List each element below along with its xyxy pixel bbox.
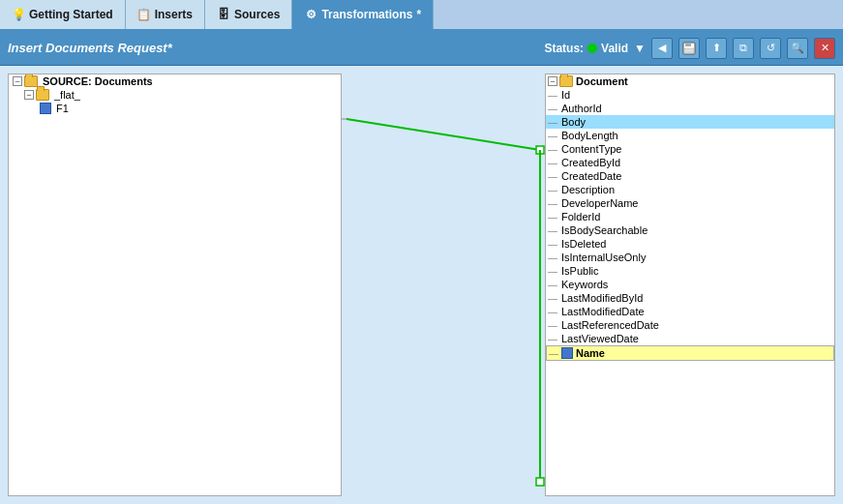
dash-connector: — (548, 117, 557, 128)
nav-left-button[interactable]: ◀ (651, 38, 673, 59)
svg-rect-1 (685, 43, 691, 46)
field-label: BodyLength (561, 130, 618, 141)
dash-connector: — (548, 185, 557, 195)
document-expand-icon[interactable]: − (548, 76, 557, 86)
document-root[interactable]: − Document (546, 74, 834, 88)
dash-connector: — (548, 171, 557, 182)
source-folder-icon (24, 75, 38, 87)
field-label: CreatedById (561, 157, 620, 168)
field-node-lastmodifiedbyid[interactable]: —LastModifiedById (546, 291, 834, 305)
field-label: DeveloperName (561, 197, 638, 209)
dash-connector: — (548, 252, 557, 263)
field-node-contenttype[interactable]: —ContentType (546, 142, 834, 156)
tab-bar: 💡 Getting Started 📋 Inserts 🗄 Sources ⚙ … (0, 0, 843, 31)
close-button[interactable]: ✕ (814, 38, 835, 59)
field-node-developername[interactable]: —DeveloperName (546, 196, 834, 210)
dash-connector: — (548, 198, 557, 209)
upload-button[interactable]: ⬆ (706, 38, 727, 59)
field-label: LastModifiedById (561, 292, 643, 304)
source-label: SOURCE: Documents (43, 75, 153, 87)
dash-connector: — (548, 144, 557, 155)
dash-connector: — (548, 239, 557, 250)
field-node-createddate[interactable]: —CreatedDate (546, 169, 834, 183)
left-panel: − SOURCE: Documents − _flat_ F1 (8, 74, 342, 496)
dash-connector: — (548, 131, 557, 141)
sources-icon: 🗄 (217, 8, 230, 21)
field-icon (561, 347, 573, 359)
mapping-lines (342, 66, 545, 504)
flat-expand-icon[interactable]: − (24, 90, 34, 100)
field-node-createdbyid[interactable]: —CreatedById (546, 156, 834, 169)
field-label: Name (576, 347, 605, 359)
dash-connector: — (548, 212, 557, 222)
main-content: − SOURCE: Documents − _flat_ F1 − Docume… (0, 66, 843, 504)
status-area: Status: Valid ▼ (544, 42, 646, 55)
field-node-bodylength[interactable]: —BodyLength (546, 129, 834, 142)
field-label: Description (561, 184, 615, 195)
dash-connector: — (548, 266, 557, 277)
field-label: ContentType (561, 143, 621, 155)
source-root[interactable]: − SOURCE: Documents (9, 74, 341, 88)
f1-field-icon (40, 103, 51, 114)
refresh-button[interactable]: ↺ (760, 38, 781, 59)
toolbar: Insert Documents Request* Status: Valid … (0, 31, 843, 66)
svg-line-3 (346, 119, 540, 150)
tab-sources[interactable]: 🗄 Sources (205, 0, 292, 29)
dash-connector: — (548, 225, 557, 236)
field-node-ispublic[interactable]: —IsPublic (546, 264, 834, 278)
f1-node[interactable]: F1 (9, 102, 341, 115)
transformations-icon: ⚙ (304, 8, 317, 21)
field-label: LastViewedDate (561, 333, 639, 344)
field-label: AuthorId (561, 103, 602, 114)
field-label: Body (561, 116, 586, 128)
dash-connector: — (548, 90, 557, 101)
field-node-isbodysearchable[interactable]: —IsBodySearchable (546, 223, 834, 237)
dash-connector: — (548, 158, 557, 168)
field-label: CreatedDate (561, 170, 621, 182)
right-panel-scroll[interactable]: − Document —Id—AuthorId—Body—BodyLength—… (546, 74, 834, 495)
field-node-body[interactable]: —Body (546, 115, 834, 129)
toolbar-title: Insert Documents Request* (8, 41, 538, 55)
tab-getting-started[interactable]: 💡 Getting Started (0, 0, 126, 29)
field-node-lastreferenceddate[interactable]: —LastReferencedDate (546, 318, 834, 332)
f1-label: F1 (56, 103, 69, 114)
field-label: Id (561, 89, 570, 101)
field-node-id[interactable]: —Id (546, 88, 834, 102)
copy-button[interactable]: ⧉ (733, 38, 754, 59)
zoom-button[interactable]: 🔍 (787, 38, 808, 59)
flat-label: _flat_ (54, 89, 80, 101)
field-node-isdeleted[interactable]: —IsDeleted (546, 237, 834, 251)
field-node-keywords[interactable]: —Keywords (546, 278, 834, 291)
field-node-authorid[interactable]: —AuthorId (546, 102, 834, 115)
source-expand-icon[interactable]: − (13, 76, 22, 86)
field-node-lastmodifieddate[interactable]: —LastModifiedDate (546, 305, 834, 318)
dash-connector: — (548, 104, 557, 114)
field-label: IsPublic (561, 265, 599, 277)
field-label: LastModifiedDate (561, 306, 645, 317)
tab-inserts[interactable]: 📋 Inserts (126, 0, 205, 29)
dash-connector: — (548, 320, 557, 331)
field-label: FolderId (561, 211, 600, 222)
field-label: Keywords (561, 279, 608, 290)
field-label: LastReferencedDate (561, 319, 659, 331)
mapping-canvas (342, 66, 545, 504)
dash-connector: — (548, 293, 557, 304)
right-panel: − Document —Id—AuthorId—Body—BodyLength—… (545, 74, 835, 496)
field-label: IsBodySearchable (561, 224, 647, 236)
dash-connector: — (549, 348, 558, 359)
inserts-icon: 📋 (137, 8, 151, 21)
status-indicator (587, 44, 597, 53)
field-label: IsInternalUseOnly (561, 252, 646, 263)
flat-node[interactable]: − _flat_ (9, 88, 341, 102)
field-node-folderid[interactable]: —FolderId (546, 210, 834, 223)
dash-connector: — (548, 334, 557, 344)
field-node-description[interactable]: —Description (546, 183, 834, 196)
dash-connector: — (548, 307, 557, 317)
tab-transformations[interactable]: ⚙ Transformations * (292, 0, 434, 29)
field-node-lastvieweddate[interactable]: —LastViewedDate (546, 332, 834, 345)
field-node-name[interactable]: —Name (546, 345, 834, 361)
field-node-isinternaluseonly[interactable]: —IsInternalUseOnly (546, 251, 834, 264)
flat-folder-icon (36, 89, 49, 101)
svg-rect-6 (536, 478, 544, 486)
save-button[interactable] (678, 38, 700, 59)
